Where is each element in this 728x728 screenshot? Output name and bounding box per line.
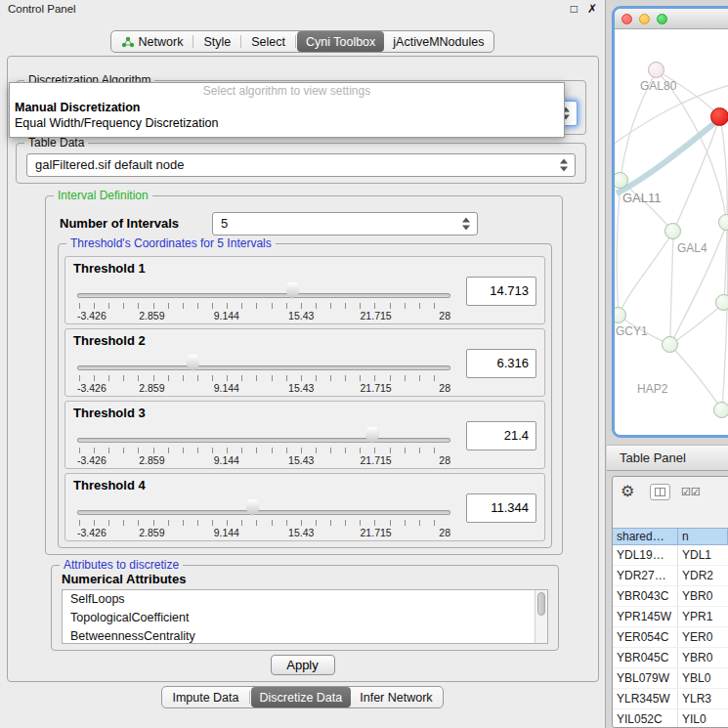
network-node[interactable] [718,214,728,231]
threshold-3-slider[interactable]: -3.426 2.859 9.144 15.43 21.715 28 [77,425,450,466]
network-node-label: GAL11 [622,191,662,205]
network-node[interactable] [648,62,664,78]
list-item-topologicalcoefficient[interactable]: TopologicalCoefficient [63,609,547,627]
table-header-row: shared… n [613,528,728,545]
table-data-group: Table Data galFiltered.sif default node [16,143,586,184]
tab-jactivemnodules[interactable]: jActiveMNodules [384,31,492,52]
threshold-4-slider[interactable]: -3.426 2.859 9.144 15.43 21.715 28 [77,497,450,538]
threshold-1-value-field[interactable]: 14.713 [466,277,536,306]
threshold-1-slider[interactable]: -3.426 2.859 9.144 15.43 21.715 28 [77,280,450,321]
cyni-mode-tabs: Impute Data Discretize Data Infer Networ… [0,686,605,708]
apply-button[interactable]: Apply [271,655,335,675]
table-row[interactable]: YER054CYER0 [613,627,728,648]
slider-track[interactable] [77,438,450,443]
slider-track[interactable] [77,510,450,515]
list-item-betweennesscentrality[interactable]: BetweennessCentrality [63,627,547,644]
table-row[interactable]: YDL19…YDL1 [613,545,728,566]
thresholds-group: Threshold's Coordinates for 5 Intervals … [58,243,552,548]
threshold-4-value-field[interactable]: 11.344 [466,493,536,523]
table-row[interactable]: YPR145WYPR1 [613,607,728,627]
dropdown-option-equal-width[interactable]: Equal Width/Frequency Discretization [10,115,564,131]
mac-close-icon[interactable] [621,14,632,24]
close-icon[interactable]: ✗ [587,2,597,16]
table-row[interactable]: YBR043CYBR0 [613,586,728,607]
columns-icon[interactable] [650,484,670,500]
tab-label: Style [203,35,231,49]
table-row[interactable]: YLR345WYLR3 [613,689,728,709]
network-node[interactable] [664,223,681,239]
group-title: Interval Definition [54,189,152,203]
control-panel-titlebar[interactable]: Control Panel □ ✗ [0,0,605,20]
slider-track[interactable] [77,365,450,370]
network-node-red[interactable] [710,107,728,126]
slider-tick-labels: -3.426 2.859 9.144 15.43 21.715 28 [77,310,450,321]
network-view-window[interactable]: GAL80 GAL11 GAL4 GCY1 HAP2 [612,6,728,438]
slider-ticks [79,375,449,381]
number-of-intervals-label: Number of Intervals [60,216,179,231]
desktop: Control Panel □ ✗ Network [0,0,728,728]
dropdown-placeholder: Select algorithm to view settings [10,83,564,100]
network-node[interactable] [662,336,678,353]
network-node-label: HAP2 [637,382,667,396]
interval-definition-group: Interval Definition Number of Intervals … [45,195,563,555]
network-node[interactable] [713,402,728,418]
network-canvas[interactable]: GAL80 GAL11 GAL4 GCY1 HAP2 [615,29,728,435]
select-columns-icon[interactable]: ☑☑ [681,486,701,498]
table-row[interactable]: YBL079WYBL0 [613,668,728,689]
network-node-label: GCY1 [616,324,648,338]
tab-cyni-toolbox[interactable]: Cyni Toolbox [297,31,384,52]
tab-discretize-data[interactable]: Discretize Data [251,687,352,707]
mac-zoom-icon[interactable] [657,14,667,24]
threshold-label: Threshold 4 [73,478,146,492]
network-node[interactable] [715,294,728,311]
gear-icon[interactable]: ⚙ [621,483,634,500]
threshold-2-panel: Threshold 2 -3.426 2.859 9.144 15.43 21.… [64,328,545,397]
scrollbar-thumb[interactable] [537,592,545,616]
table-panel-titlebar: Table Panel [607,445,728,471]
column-header-shared-name[interactable]: shared… [613,528,678,545]
attributes-group: Attributes to discretize Numerical Attri… [51,565,559,651]
slider-track[interactable] [77,293,450,298]
dropdown-option-manual-discretization[interactable]: Manual Discretization [10,100,564,115]
tab-select[interactable]: Select [242,31,294,52]
tab-label: Discretize Data [260,691,343,705]
float-window-icon[interactable]: □ [571,2,578,16]
threshold-2-value-field[interactable]: 6.316 [466,349,536,378]
control-panel-window: Control Panel □ ✗ Network [0,0,606,728]
table-panel-window: ⚙ ☑☑ shared… n YDL19…YDL1 YDR27…YDR2 YBR… [612,476,728,728]
table-row[interactable]: YDR27…YDR2 [613,566,728,586]
slider-tick-labels: -3.426 2.859 9.144 15.43 21.715 28 [77,527,450,538]
control-panel-tabs: Network Style Select Cyni Toolbox jActiv… [0,30,605,53]
algorithm-dropdown-popup: Select algorithm to view settings Manual… [9,82,565,138]
table-row[interactable]: YBR045CYBR0 [613,648,728,668]
threshold-label: Threshold 1 [73,261,146,276]
list-scrollbar[interactable] [535,590,547,643]
tab-divider [193,35,193,48]
tab-style[interactable]: Style [194,31,239,52]
tab-infer-network[interactable]: Infer Network [351,687,441,707]
tab-impute-data[interactable]: Impute Data [163,687,247,707]
tab-divider [249,691,250,704]
slider-tick-labels: -3.426 2.859 9.144 15.43 21.715 28 [77,454,450,466]
number-of-intervals-combobox[interactable]: 5 [212,212,478,236]
tab-label: Cyni Toolbox [306,35,375,49]
threshold-1-panel: Threshold 1 -3.426 2.859 9.144 15.43 21.… [64,256,545,324]
combo-stepper-icon[interactable] [560,159,569,172]
tab-label: Select [251,35,285,49]
slider-tick-labels: -3.426 2.859 9.144 15.43 21.715 28 [77,382,450,394]
tab-network[interactable]: Network [112,31,193,52]
table-data-value: galFiltered.sif default node [27,154,575,176]
mac-minimize-icon[interactable] [639,14,650,24]
group-title: Attributes to discretize [60,558,183,573]
network-node[interactable] [612,172,628,189]
combo-stepper-icon[interactable] [462,218,471,231]
threshold-3-value-field[interactable]: 21.4 [466,421,536,450]
table-data-combobox[interactable]: galFiltered.sif default node [26,153,576,177]
tab-divider [295,35,296,48]
column-header-name[interactable]: n [678,528,728,545]
threshold-2-slider[interactable]: -3.426 2.859 9.144 15.43 21.715 28 [77,353,450,394]
network-node-label: GAL80 [640,79,676,93]
table-row[interactable]: YIL052CYIL0 [613,709,728,728]
network-window-titlebar[interactable] [615,9,728,29]
list-item-selfloops[interactable]: SelfLoops [63,590,547,609]
